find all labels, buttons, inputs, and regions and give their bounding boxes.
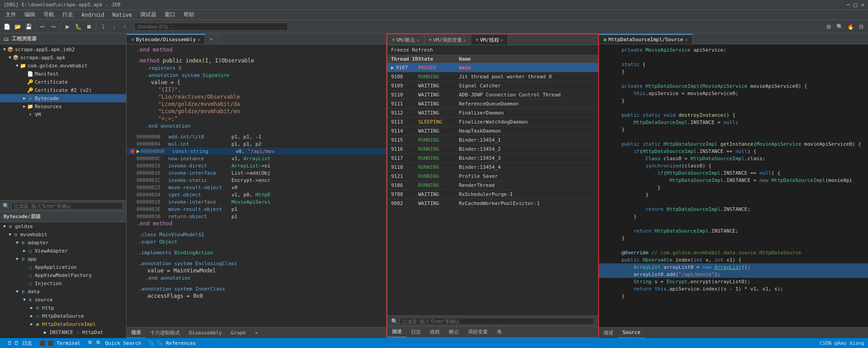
vm-row-9115[interactable]: 9115 RUNNING Binder:13454_1: [387, 136, 598, 145]
project-filter-input[interactable]: [11, 202, 123, 210]
bytecode-code-view[interactable]: .end method .method public index(I, I)Ob…: [127, 44, 386, 327]
bh-item-httpdatasourceimpl[interactable]: ▶ ● HttpDataSourceImpl: [0, 320, 126, 328]
tree-item-cert2[interactable]: 🔑 Certificate #2 (v2): [0, 86, 126, 94]
bh-item-data[interactable]: ▼ ⊞ data: [0, 287, 126, 296]
omnibox-input[interactable]: [134, 23, 288, 31]
toolbar-open[interactable]: 📂: [13, 22, 23, 32]
bh-item-goldze[interactable]: ▼ ⊞ goldze: [0, 222, 126, 230]
tab-source[interactable]: ● HttpDataSourceImpl/Source ✕: [599, 34, 693, 44]
tree-item-apk[interactable]: ▼ 📦 scrape-app5.apk: [0, 53, 126, 62]
bh-item-source[interactable]: ▼ ⊞ source: [0, 296, 126, 304]
status-terminal[interactable]: ⬛ ⬛ Terminal: [36, 338, 85, 348]
toolbar-grid[interactable]: ⊞: [824, 22, 834, 32]
status-quicksearch[interactable]: 🔍 🔍 Quick Search: [84, 338, 145, 348]
vm-thread-table[interactable]: Thread ID State Name ▶9107 PAUSED main 9…: [387, 55, 598, 315]
bottom-tab-disasm[interactable]: Disassembly: [184, 328, 226, 338]
vm-bottom-tab-heap[interactable]: 堆: [492, 327, 506, 338]
vm-row-9109[interactable]: 9109 WAITING Signal Catcher: [387, 81, 598, 91]
vm-row-9110[interactable]: 9110 WAITING ADB-JDWP Connection Control…: [387, 91, 598, 100]
menu-debugger[interactable]: 调试器: [137, 10, 160, 19]
vm-bottom-tab-log[interactable]: 日志: [406, 327, 425, 338]
menu-window[interactable]: 窗口: [161, 10, 179, 19]
vm-row-9114[interactable]: 9114 WAITING HeapTaskDaemon: [387, 127, 598, 136]
vm-tab-threads[interactable]: ☀ VM/线程 ✕: [471, 35, 508, 45]
menu-native[interactable]: Native: [109, 11, 136, 19]
tab-bytecode-close[interactable]: ✕: [198, 37, 200, 42]
toolbar-layout[interactable]: ⊟: [856, 22, 866, 32]
tab-source-close[interactable]: ✕: [685, 37, 688, 42]
toolbar-stepover[interactable]: ⤵: [98, 22, 108, 32]
menu-navigate[interactable]: 导航: [40, 10, 58, 19]
tree-item-root[interactable]: ▼ 📦 scrape-app5.apk.jdb2: [0, 45, 126, 53]
tree-item-bytecode[interactable]: ▶ ⚙ Bytecode: [0, 94, 126, 102]
source-code-view[interactable]: private MovieApiService apiService; stat…: [599, 44, 868, 327]
tree-item-package[interactable]: ▼ 📁 com.goldze.mvvmhabit: [0, 62, 126, 70]
vm-row-9113[interactable]: 9113 SLEEPING FinalizerWatchdogDaemon: [387, 118, 598, 127]
menu-file[interactable]: 文件: [2, 10, 20, 19]
bh-item-httpdatasource[interactable]: ▶ ○ HttpDataSource: [0, 312, 126, 320]
menu-edit[interactable]: 编辑: [21, 10, 39, 19]
tree-item-resources[interactable]: ▶ 📁 Resources: [0, 102, 126, 110]
bh-item-app[interactable]: ▼ ⊞ app: [0, 255, 126, 263]
vm-row-9108[interactable]: 9108 RUNNING Jit thread pool worker thre…: [387, 72, 598, 81]
bh-item-appapplication[interactable]: ○ AppApplication: [0, 263, 126, 271]
vm-filter-input[interactable]: [400, 318, 594, 325]
tree-item-vm[interactable]: ☀ VM: [0, 110, 126, 119]
vm-tab-localvars[interactable]: ☀ VM/局部变量 ✕: [425, 35, 472, 45]
toolbar-undo[interactable]: ↩: [38, 22, 47, 32]
vm-tab-lv-close[interactable]: ✕: [463, 38, 466, 43]
bottom-tab-graph[interactable]: Graph: [226, 328, 250, 338]
toolbar-stop[interactable]: ⏹: [84, 22, 94, 32]
toolbar-search[interactable]: 🔍: [835, 22, 844, 32]
vm-row-9117[interactable]: 9117 RUNNING Binder:13454_3: [387, 154, 598, 163]
source-bottom-tab-source[interactable]: Source: [618, 328, 645, 338]
bh-item-appvmf[interactable]: ○ AppViewModelFactory: [0, 271, 126, 279]
status-log[interactable]: 🗒 🗒 日志: [4, 338, 36, 348]
bh-item-adapter[interactable]: ▼ ⊞ adapter: [0, 238, 126, 247]
toolbar-stepout[interactable]: ↑: [120, 22, 130, 32]
close-button[interactable]: ✕: [861, 1, 864, 8]
tab-bytecode-more[interactable]: »: [205, 34, 218, 44]
vm-row-9111[interactable]: 9111 WAITING ReferenceQueueDaemon: [387, 100, 598, 109]
toolbar-debug[interactable]: 🐛: [73, 22, 83, 32]
bottom-tab-desc[interactable]: 描述: [127, 328, 146, 338]
vm-bottom-tab-lv[interactable]: 局部变量: [463, 327, 492, 338]
bh-item-viewadapter[interactable]: ▶ ○ ViewAdapter: [0, 247, 126, 255]
menu-android[interactable]: Android: [78, 11, 108, 19]
tree-item-manifest[interactable]: 📄 Manifest: [0, 70, 126, 78]
toolbar-fire[interactable]: 🔥: [845, 22, 855, 32]
bh-item-http[interactable]: ▶ ⊞ http: [0, 304, 126, 312]
vm-row-9802[interactable]: 9802 WAITING RxCachedWorkerPoolEvictor-1: [387, 199, 598, 208]
vm-row-9186[interactable]: 9186 RUNNING RenderThread: [387, 181, 598, 190]
vm-row-9118[interactable]: 9118 RUNNING Binder:13454_4: [387, 163, 598, 172]
toolbar-save[interactable]: 💾: [24, 22, 33, 32]
minimize-button[interactable]: ─: [847, 1, 850, 8]
bh-item-instance[interactable]: ◆ INSTANCE : HttpDat: [0, 328, 126, 336]
vm-row-9112[interactable]: 9112 WAITING FinalizerDaemon: [387, 109, 598, 118]
toolbar-redo[interactable]: ↪: [48, 22, 58, 32]
tab-bytecode-disassembly[interactable]: ⚙ Bytecode/Disassembly ✕: [127, 34, 205, 44]
bh-item-injection[interactable]: ○ Injection: [0, 279, 126, 287]
vm-bottom-tab-bp[interactable]: 断点: [444, 327, 463, 338]
vm-tab-th-close[interactable]: ✕: [500, 38, 503, 43]
vm-bottom-tab-desc[interactable]: 描述: [387, 327, 406, 338]
vm-bottom-tab-thread[interactable]: 线程: [425, 327, 444, 338]
menu-run[interactable]: 行走: [59, 10, 77, 19]
tree-item-cert[interactable]: 🔑 Certificate: [0, 78, 126, 86]
source-bottom-tab-desc[interactable]: 描述: [599, 328, 618, 338]
bottom-tab-hex[interactable]: 十六进制格式: [146, 328, 184, 338]
toolbar-run[interactable]: ▶: [62, 22, 72, 32]
toolbar-new[interactable]: 📄: [2, 22, 12, 32]
maximize-button[interactable]: □: [854, 1, 857, 8]
status-references[interactable]: 📎 📎 References: [145, 338, 199, 348]
vm-row-9116[interactable]: 9116 RUNNING Binder:13454_2: [387, 145, 598, 154]
vm-row-9788[interactable]: 9788 WAITING RxSchedulerPurge-1: [387, 190, 598, 199]
vm-row-9121[interactable]: 9121 RUNNING Profile Saver: [387, 172, 598, 181]
bh-item-mvvmhabit[interactable]: ▼ ⊞ mvvmhabit: [0, 230, 126, 238]
vm-tab-breakpoints[interactable]: ☀ VM/断点 ✕: [387, 35, 425, 45]
vm-tab-bp-close[interactable]: ✕: [417, 38, 420, 43]
menu-help[interactable]: 帮助: [180, 10, 198, 19]
bottom-tab-more[interactable]: »: [250, 328, 263, 338]
toolbar-stepinto[interactable]: ↓: [109, 22, 119, 32]
vm-row-9107[interactable]: ▶9107 PAUSED main: [387, 63, 598, 72]
